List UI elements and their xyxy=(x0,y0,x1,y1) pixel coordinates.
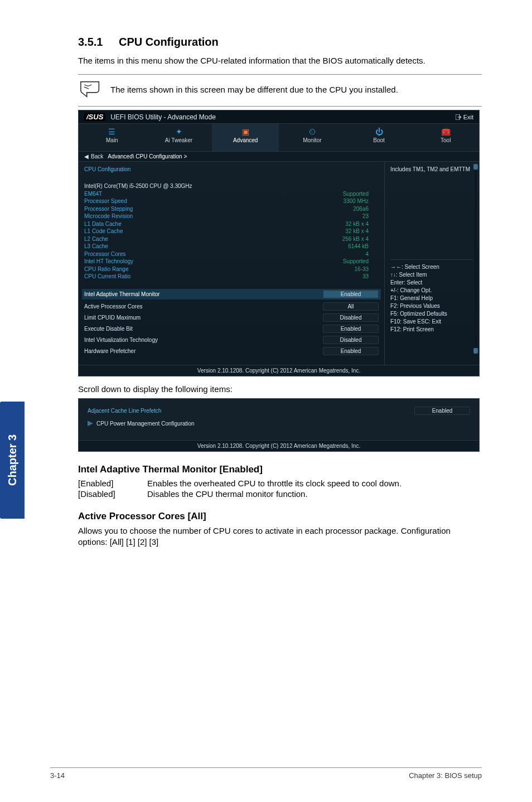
scroll-up-icon[interactable] xyxy=(473,164,478,170)
option-body: Allows you to choose the number of CPU c… xyxy=(78,525,482,548)
hint: F2: Previous Values xyxy=(390,302,473,310)
hint: F1: General Help xyxy=(390,294,473,302)
bios-title-left: /SUS UEFI BIOS Utility - Advanced Mode xyxy=(84,113,216,121)
info-val: 6144 kB xyxy=(348,243,369,250)
bios-body: CPU Configuration Intel(R) Core(TM) i5-2… xyxy=(79,162,479,365)
info-val: 206a6 xyxy=(353,205,369,213)
option-label: Intel Adaptive Thermal Monitor xyxy=(84,291,159,297)
option-execute-disable[interactable]: Execute Disable Bit Enabled xyxy=(84,325,379,333)
note-row: The items shown in this screen may be di… xyxy=(78,77,482,102)
def-val: Disables the CPU thermal monitor functio… xyxy=(147,489,308,499)
note-icon xyxy=(80,80,103,98)
tab-label: Boot xyxy=(346,137,413,143)
option-value[interactable]: Disabled xyxy=(323,336,379,344)
divider xyxy=(78,106,482,107)
info-key: CPU Current Ratio xyxy=(84,273,130,281)
def-val: Enables the overheated CPU to throttle i… xyxy=(147,479,402,488)
arrow-left-icon: ◀ xyxy=(84,153,89,160)
info-row: Microcode Revision23 xyxy=(84,212,379,220)
option-value[interactable]: Enabled xyxy=(323,347,379,355)
exit-icon xyxy=(456,114,461,120)
breadcrumb: ◀Back Advanced\ CPU Configuration > xyxy=(79,152,479,162)
bios-window-scrolled: Adjacent Cache Line Prefetch Enabled CPU… xyxy=(78,398,480,452)
option-active-cores[interactable]: Active Processor Cores All xyxy=(84,302,379,311)
info-row: Processor Speed3300 MHz xyxy=(84,197,379,205)
chevron-right-icon xyxy=(88,421,93,426)
option-value[interactable]: Enabled xyxy=(323,325,379,333)
info-key: Processor Stepping xyxy=(84,205,133,213)
definition-row: [Enabled]Enables the overheated CPU to t… xyxy=(78,479,482,488)
bios-footer: Version 2.10.1208. Copyright (C) 2012 Am… xyxy=(79,365,479,376)
divider xyxy=(390,259,473,260)
scroll-down-icon[interactable] xyxy=(473,348,478,354)
exit-label: Exit xyxy=(463,114,473,120)
info-row: L1 Code Cache32 kB x 4 xyxy=(84,228,379,235)
info-val: 23 xyxy=(362,212,369,220)
hint: F12: Print Screen xyxy=(390,326,473,334)
tab-label: Monitor xyxy=(279,137,346,143)
exit-button[interactable]: Exit xyxy=(456,114,473,120)
scroll-track[interactable] xyxy=(475,171,477,347)
info-key: Processor Cores xyxy=(84,250,125,258)
info-val: Supported xyxy=(343,190,369,198)
scrollbar[interactable] xyxy=(473,164,478,354)
list-icon: ☰ xyxy=(108,127,115,136)
tab-label: Tool xyxy=(412,137,479,143)
info-val: 32 kB x 4 xyxy=(345,220,369,228)
hint: Enter: Select xyxy=(390,279,473,287)
chip-icon: ▣ xyxy=(242,127,249,136)
option-prefetcher[interactable]: Hardware Prefetcher Enabled xyxy=(84,347,379,355)
tab-advanced[interactable]: ▣Advanced xyxy=(212,124,279,151)
option-thermal-monitor[interactable]: Intel Adaptive Thermal Monitor Enabled xyxy=(82,289,381,299)
divider xyxy=(78,74,482,75)
option-value[interactable]: Enabled xyxy=(414,407,470,415)
info-row: L1 Data Cache32 kB x 4 xyxy=(84,220,379,228)
tab-tool[interactable]: 🧰Tool xyxy=(412,124,479,151)
section-title: CPU Configuration xyxy=(119,36,219,49)
tab-main[interactable]: ☰Main xyxy=(79,124,146,151)
scroll-caption: Scroll down to display the following ite… xyxy=(78,384,482,394)
bios-footer: Version 2.10.1208. Copyright (C) 2012 Am… xyxy=(79,440,479,451)
bios-left-pane: CPU Configuration Intel(R) Core(TM) i5-2… xyxy=(79,162,384,365)
option-label: Intel Virtualization Technology xyxy=(84,337,158,343)
option-value[interactable]: All xyxy=(323,302,379,311)
group-title: CPU Configuration xyxy=(84,166,379,172)
tab-ai[interactable]: ✦Ai Tweaker xyxy=(146,124,212,151)
info-val: 3300 MHz xyxy=(343,197,369,205)
option-value[interactable]: Disabled xyxy=(323,313,379,322)
power-icon: ⏻ xyxy=(375,127,383,136)
section-number: 3.5.1 xyxy=(78,36,103,49)
def-key: [Enabled] xyxy=(78,479,126,488)
info-row: EM64TSupported xyxy=(84,190,379,198)
submenu-cpu-power-mgmt[interactable]: CPU Power Management Configuration xyxy=(88,421,470,427)
page-footer: 3-14 Chapter 3: BIOS setup xyxy=(50,767,482,780)
wand-icon: ✦ xyxy=(176,127,182,136)
info-val: 32 kB x 4 xyxy=(345,228,369,235)
back-button[interactable]: ◀Back xyxy=(84,153,103,160)
info-key: L3 Cache xyxy=(84,243,108,250)
asus-logo: /SUS xyxy=(84,113,105,121)
option-adjacent-prefetch[interactable]: Adjacent Cache Line Prefetch Enabled xyxy=(88,407,470,415)
help-text: Includes TM1, TM2 and EMTTM xyxy=(390,166,473,172)
back-label: Back xyxy=(91,153,103,160)
info-key: Processor Speed xyxy=(84,197,127,205)
option-vt[interactable]: Intel Virtualization Technology Disabled xyxy=(84,336,379,344)
bios-window: /SUS UEFI BIOS Utility - Advanced Mode E… xyxy=(78,110,480,376)
option-cpuid-max[interactable]: Limit CPUID Maximum Disabled xyxy=(84,313,379,322)
note-text: The items shown in this screen may be di… xyxy=(110,85,398,94)
definition-row: [Disabled]Disables the CPU thermal monit… xyxy=(78,489,482,499)
bios-tabs: ☰Main ✦Ai Tweaker ▣Advanced ⏲Monitor ⏻Bo… xyxy=(79,124,479,152)
info-key: CPU Ratio Range xyxy=(84,265,128,273)
bios-right-pane: Includes TM1, TM2 and EMTTM →←: Select S… xyxy=(384,162,479,365)
hint: F5: Optimized Defaults xyxy=(390,310,473,318)
hint: →←: Select Screen xyxy=(390,263,473,271)
bios-titlebar: /SUS UEFI BIOS Utility - Advanced Mode E… xyxy=(79,110,479,124)
info-val: 256 kB x 4 xyxy=(342,235,369,243)
tab-boot[interactable]: ⏻Boot xyxy=(346,124,413,151)
info-key: Microcode Revision xyxy=(84,212,133,220)
bios-title: UEFI BIOS Utility - Advanced Mode xyxy=(110,113,216,121)
def-key: [Disabled] xyxy=(78,489,126,499)
option-value[interactable]: Enabled xyxy=(323,290,379,298)
info-row: L3 Cache6144 kB xyxy=(84,243,379,250)
tab-monitor[interactable]: ⏲Monitor xyxy=(279,124,346,151)
